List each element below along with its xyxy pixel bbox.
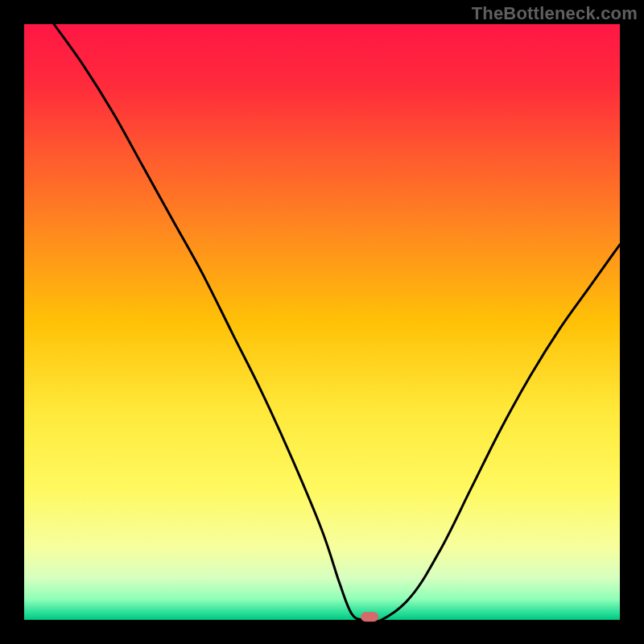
bottleneck-chart: TheBottleneck.com bbox=[0, 0, 644, 644]
watermark-text: TheBottleneck.com bbox=[472, 3, 638, 24]
chart-canvas bbox=[0, 0, 644, 644]
optimal-marker bbox=[361, 612, 378, 621]
